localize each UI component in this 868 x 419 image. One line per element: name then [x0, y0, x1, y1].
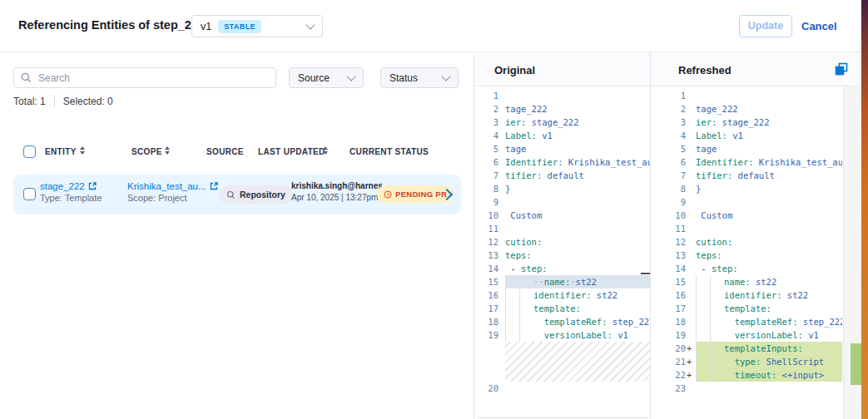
code-line: 23 [651, 382, 842, 395]
summary-divider [54, 96, 55, 107]
indent-guide [710, 302, 724, 315]
sort-last-updated-icon[interactable] [323, 146, 328, 155]
column-header-source: SOURCE [206, 147, 244, 156]
last-updated-cell: krishika.singh@harnes... Apr 10, 2025 | … [291, 181, 389, 202]
sort-entity-icon[interactable] [80, 146, 85, 155]
diff-add-marker: + [686, 368, 696, 382]
scope-link[interactable]: Krishika_test_au... [127, 181, 218, 191]
column-header-current-status: CURRENT STATUS [350, 147, 429, 156]
code-line: 18 templateRef: step_222 [475, 315, 650, 328]
entity-name: stage_222 [40, 181, 85, 191]
line-number: 2 [651, 102, 686, 116]
diff-add-marker [686, 209, 696, 222]
chevron-down-icon [346, 71, 355, 81]
table-row[interactable]: stage_222 Type: Template Krishika_test_a… [13, 175, 461, 214]
row-checkbox[interactable] [23, 188, 36, 200]
code-line: 7tifier: default [651, 169, 842, 182]
code-line: 5tage [651, 142, 842, 155]
line-number: 10 [475, 209, 498, 222]
line-number: 23 [651, 382, 686, 395]
indent-guide [696, 288, 710, 302]
code-line: 9 [475, 195, 650, 209]
select-all-checkbox[interactable] [23, 145, 36, 158]
chevron-down-icon [441, 71, 450, 81]
copy-icon[interactable] [835, 62, 848, 76]
updated-at: Apr 10, 2025 | 13:27pm [291, 193, 389, 202]
code-line: 5tage [475, 142, 650, 155]
line-number: 9 [651, 195, 686, 209]
line-number: 14 [475, 262, 498, 275]
code-line: 8} [475, 182, 650, 195]
entity-type: Type: Template [40, 193, 102, 203]
diff-add-marker [686, 382, 696, 395]
update-button[interactable]: Update [739, 15, 792, 37]
indent-guide [696, 328, 710, 342]
line-number: 4 [651, 129, 686, 142]
line-number: 1 [475, 89, 498, 102]
yaml-diff-viewer: Original Refreshed 12tage_2223ier: stage… [475, 52, 861, 419]
original-panel-title: Original [494, 64, 535, 76]
pending-clock-icon [384, 190, 392, 199]
scope-cell: Krishika_test_au... Scope: Project [127, 181, 218, 203]
indent-guide [710, 288, 724, 302]
refreshed-code-editor[interactable]: 12tage_2223ier: stage_2224Label: v15tage… [651, 86, 842, 419]
line-number: 17 [651, 302, 686, 315]
sort-scope-icon[interactable] [165, 146, 170, 155]
entity-link[interactable]: stage_222 [40, 181, 102, 191]
line-number: 4 [475, 129, 498, 142]
diff-collapsed-region [505, 342, 650, 382]
column-header-entity: ENTITY [45, 147, 77, 156]
line-number: 16 [651, 288, 686, 302]
diff-add-marker [686, 262, 696, 275]
indent-guide [696, 315, 710, 328]
source-filter-select[interactable]: Source [289, 67, 364, 88]
status-filter-label: Status [389, 72, 418, 84]
search-box [13, 67, 276, 88]
overview-ruler-added-marker [851, 343, 861, 385]
code-line: 6Identifier: Krishika_test_aut [475, 155, 650, 169]
code-line: 14 - step: [475, 262, 650, 275]
diff-header: Original Refreshed [475, 52, 861, 86]
code-line: 19 versionLabel: v1 [651, 328, 842, 342]
line-number: 15 [475, 275, 498, 288]
code-line: 19 versionLabel: v1 [475, 328, 650, 342]
line-number: 3 [651, 116, 686, 129]
code-line: 22+ timeout: <+input> [651, 368, 842, 382]
line-number: 19 [651, 328, 686, 342]
indent-guide [710, 315, 724, 328]
indent-guide [710, 355, 724, 368]
code-line: 1 [475, 89, 650, 102]
diff-add-marker [686, 328, 696, 342]
code-line: 20 [475, 382, 650, 395]
indent-guide [696, 355, 710, 368]
indent-guide [519, 275, 533, 288]
line-number: 3 [475, 116, 498, 129]
page-title: Referencing Entities of step_222 [18, 18, 205, 32]
line-number: 11 [475, 222, 498, 235]
status-filter-select[interactable]: Status [380, 67, 459, 88]
line-number: 13 [475, 249, 498, 262]
code-line: 4Label: v1 [651, 129, 842, 142]
search-input[interactable] [37, 71, 269, 85]
overview-ruler[interactable] [843, 86, 862, 419]
code-line: 7tifier: default [475, 169, 650, 182]
line-number: 18 [651, 315, 686, 328]
diff-add-marker [686, 222, 696, 235]
code-line: 2tage_222 [475, 102, 650, 116]
version-selector[interactable]: v1 STABLE [191, 15, 323, 37]
line-number: 6 [475, 155, 498, 169]
source-tag-label: Repository [240, 190, 285, 200]
line-number: 6 [651, 155, 686, 169]
code-line: 1 [651, 89, 842, 102]
line-number: 2 [475, 102, 498, 116]
cancel-button[interactable]: Cancel [801, 20, 837, 32]
diff-add-marker: + [686, 355, 696, 368]
indent-guide [505, 288, 519, 302]
total-count: Total: 1 [13, 96, 46, 107]
indent-guide [505, 275, 519, 288]
code-line: 15name: st22 [651, 275, 842, 288]
horizontal-scrollbar[interactable] [477, 417, 648, 418]
original-code-editor[interactable]: 12tage_2223ier: stage_2224Label: v15tage… [475, 86, 650, 419]
line-number: 15 [651, 275, 686, 288]
line-number: 11 [651, 222, 686, 235]
